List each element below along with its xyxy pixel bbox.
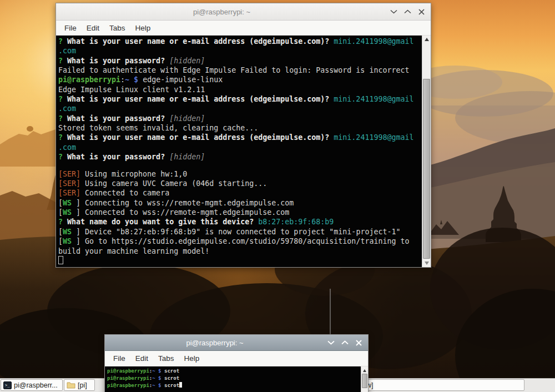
terminal-line: ? What is your password? [hidden] (58, 152, 422, 162)
desktop: >_ pi@raspberr... [pi] w] pi@raspberrypi… (0, 0, 555, 392)
scroll-up-button[interactable] (361, 366, 368, 374)
close-icon (418, 9, 425, 15)
minimize-button[interactable] (389, 7, 398, 17)
scrollbar-thumb[interactable] (423, 79, 430, 259)
terminal-line: ? What is your password? [hidden] (58, 56, 422, 66)
terminal-cursor (58, 256, 63, 264)
main-terminal-viewport[interactable]: ? What is your user name or e-mail addre… (56, 36, 431, 267)
menu-help[interactable]: Help (180, 353, 204, 364)
terminal-line: [SER] Using camera UVC Camera (046d star… (58, 179, 422, 188)
terminal-icon: >_ (3, 381, 12, 389)
main-terminal-scrollbar[interactable] (422, 36, 431, 267)
terminal-line: ? What is your password? [hidden] (58, 114, 422, 123)
menu-tabs[interactable]: Tabs (154, 353, 178, 364)
terminal-line: .com (58, 104, 422, 113)
terminal-line: Stored token seems invalid, clearing cac… (58, 123, 422, 133)
folder-icon (67, 381, 75, 389)
terminal-line: ? What is your user name or e-mail addre… (58, 37, 422, 46)
terminal-line: pi@raspberrypi:~ $ edge-impulse-linux (58, 75, 422, 84)
maximize-button[interactable] (340, 338, 350, 348)
terminal-line: build your machine learning model! (58, 247, 422, 256)
small-terminal-viewport[interactable]: pi@raspberrypi:~ $ scrotpi@raspberrypi:~… (105, 366, 368, 392)
small-window-title: pi@raspberrypi: ~ (105, 339, 325, 347)
terminal-line: ? What is your user name or e-mail addre… (58, 133, 422, 142)
menu-edit[interactable]: Edit (83, 22, 103, 34)
main-window-menubar: File Edit Tabs Help (56, 21, 431, 36)
terminal-line (58, 162, 422, 169)
menu-tabs[interactable]: Tabs (105, 22, 129, 34)
small-terminal-text: pi@raspberrypi:~ $ scrotpi@raspberrypi:~… (105, 366, 361, 392)
terminal-line: [WS ] Connecting to wss://remote-mgmt.ed… (58, 198, 422, 208)
chevron-down-icon (390, 9, 397, 14)
terminal-line: .com (58, 46, 422, 56)
small-terminal-scrollbar[interactable] (361, 366, 368, 392)
taskbar-item-file-manager[interactable]: [pi] (64, 379, 95, 391)
taskbar-item-label: [pi] (78, 381, 87, 389)
main-terminal-text: ? What is your user name or e-mail addre… (56, 36, 422, 267)
terminal-line: ? What is your user name or e-mail addre… (58, 94, 422, 104)
chevron-down-icon (327, 340, 335, 345)
scroll-up-button[interactable] (422, 36, 431, 43)
main-window-title: pi@raspberrypi: ~ (56, 8, 387, 16)
minimize-button[interactable] (326, 338, 336, 348)
terminal-line: [SER] Connected to camera (58, 188, 422, 198)
terminal-line: Edge Impulse Linux client v1.2.11 (58, 85, 422, 94)
taskbar-item-terminal[interactable]: >_ pi@raspberr... (1, 379, 63, 391)
chevron-up-icon (404, 9, 411, 14)
small-window-menubar: File Edit Tabs Help (105, 351, 368, 366)
terminal-window-main: pi@raspberrypi: ~ File Edit Tabs Help ? … (56, 3, 431, 268)
terminal-line: Failed to authenticate with Edge Impulse… (58, 66, 422, 75)
scrollbar-thumb[interactable] (362, 374, 367, 388)
menu-file[interactable]: File (60, 22, 80, 34)
taskbar-item-window[interactable]: w] (364, 379, 524, 391)
main-window-titlebar[interactable]: pi@raspberrypi: ~ (56, 3, 431, 21)
terminal-line: [WS ] Device "b8:27:eb:9f:68:b9" is now … (58, 227, 422, 237)
small-window-titlebar[interactable]: pi@raspberrypi: ~ (105, 335, 368, 351)
menu-help[interactable]: Help (132, 22, 155, 34)
close-button[interactable] (354, 338, 364, 348)
close-button[interactable] (417, 7, 426, 17)
scroll-down-button[interactable] (422, 259, 431, 267)
terminal-cursor (179, 382, 182, 388)
terminal-line: ? What name do you want to give this dev… (58, 217, 422, 227)
terminal-line: pi@raspberrypi:~ $ scrot (107, 382, 361, 389)
close-icon (356, 340, 362, 346)
menu-edit[interactable]: Edit (132, 353, 152, 364)
terminal-line (58, 256, 422, 265)
taskbar-item-label: pi@raspberr... (14, 381, 58, 389)
terminal-line: pi@raspberrypi:~ $ scrot (107, 368, 361, 375)
menu-file[interactable]: File (109, 353, 129, 364)
terminal-line: [WS ] Go to https://studio.edgeimpulse.c… (58, 237, 422, 246)
terminal-line: pi@raspberrypi:~ $ scrot (107, 375, 361, 382)
terminal-line: [SER] Using microphone hw:1,0 (58, 169, 422, 179)
terminal-line: .com (58, 143, 422, 152)
chevron-up-icon (341, 340, 349, 345)
terminal-window-small: pi@raspberrypi: ~ File Edit Tabs Help pi… (104, 334, 369, 392)
maximize-button[interactable] (403, 7, 412, 17)
terminal-line: [WS ] Connected to wss://remote-mgmt.edg… (58, 208, 422, 217)
